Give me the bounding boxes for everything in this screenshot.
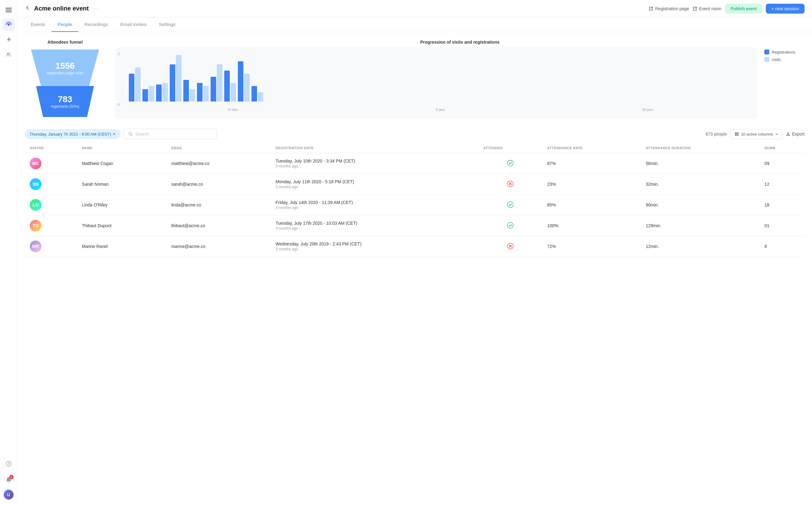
cell-attended [479,215,542,236]
columns-button[interactable]: 10 active columns [730,129,782,139]
table-row[interactable]: MRMarine Ranelmarine@acme.coWednesday, J… [25,236,805,257]
bar-visits [203,86,209,102]
col-attendance-duration[interactable]: ATTENDANCE DURATION [641,143,759,153]
back-button[interactable] [25,5,30,12]
cell-reg-date: Friday, July 14th 2020 - 11:39 AM (CET)3… [271,195,479,215]
bar-chart-area: 2 0 15 déc. 5 janv 26 janv [115,47,805,119]
person-avatar: SN [30,178,42,190]
cell-avatar: MC [25,153,77,174]
tab-email-invites[interactable]: Email invites [114,17,152,32]
bar-visits [190,89,195,102]
header: Acme online event ··· Registration page … [17,0,812,17]
more-options-button[interactable]: ··· [93,6,99,11]
user-avatar[interactable]: U [4,490,14,500]
attended-yes-icon [507,225,514,230]
registration-page-link[interactable]: Registration page [649,6,689,11]
svg-rect-1 [6,10,12,10]
cell-num: 8 [760,236,805,257]
search-box[interactable]: Search [124,129,217,139]
col-email[interactable]: EMAIL [166,143,271,153]
content-area: Attendees funnel 1556 registration page … [17,32,812,507]
chart-legend: Registrations visits [764,47,805,119]
bar-registrations [238,61,243,102]
people-table: AVATAR NAME EMAIL REGISTRATION DATE ATTE… [25,143,805,257]
funnel-registrants-label: registrants (50%) [51,104,79,109]
export-button[interactable]: Export [786,131,805,136]
col-attendance-rate[interactable]: ATTENDANCE RATE [542,143,641,153]
col-attended[interactable]: ATTENDED [479,143,542,153]
notification-icon[interactable]: 1 [2,473,15,486]
funnel-registrants-number: 783 [58,95,72,104]
bar-visits [176,55,181,102]
tab-settings[interactable]: Settings [153,17,182,32]
cell-attended [479,153,542,174]
bar-group [211,64,222,102]
help-icon[interactable]: ? [2,457,15,470]
table-row[interactable]: TDThibaut Dupontthibaut@acme.coTuesday, … [25,215,805,236]
table-row[interactable]: SNSarah Nomansarah@acme.coMonday, July 1… [25,174,805,195]
filter-chip-close[interactable]: × [113,131,115,136]
table-section: Thursday, January 7h 2021 - 8:00 AM (CES… [25,129,805,257]
menu-icon[interactable] [2,4,15,16]
tab-recordings[interactable]: Recordings [78,17,114,32]
col-num[interactable]: NUMB [760,143,805,153]
cell-name: Matthiew Cogan [77,153,166,174]
charts-section: Attendees funnel 1556 registration page … [25,40,805,119]
bar-visits [217,64,222,102]
tab-events[interactable]: Events [25,17,51,32]
bar-group [129,67,141,102]
bar-registrations [143,89,148,102]
svg-rect-9 [735,132,736,136]
cell-avatar: SN [25,174,77,195]
cell-attended [479,174,542,195]
svg-point-15 [507,222,513,228]
bar-registrations [211,77,216,102]
col-reg-date[interactable]: REGISTRATION DATE [271,143,479,153]
bar-visits [135,67,141,102]
svg-rect-2 [6,11,12,12]
tab-people[interactable]: People [51,17,78,32]
sidebar-bottom: ? 1 U [2,457,15,503]
cell-num: 18 [760,195,805,215]
broadcast-icon[interactable] [2,18,15,31]
publish-event-button[interactable]: Publish event [725,4,762,14]
table-row[interactable]: MCMatthiew Coganmatthiew@acme.coTuesday,… [25,153,805,174]
legend-dot-visits [764,57,769,62]
people-icon[interactable] [2,48,15,61]
chart-wrapper: 2 0 15 déc. 5 janv 26 janv [115,47,757,119]
filter-chip[interactable]: Thursday, January 7h 2021 - 8:00 AM (CES… [25,129,120,139]
cell-duration: 56min. [641,153,759,174]
search-icon [128,132,133,136]
people-count: 673 people [705,131,727,136]
table-header-row: AVATAR NAME EMAIL REGISTRATION DATE ATTE… [25,143,805,153]
bar-group [156,83,168,102]
event-room-link[interactable]: Event room [693,6,721,11]
cell-email: matthiew@acme.co [166,153,271,174]
bar-visits [244,74,250,102]
export-label: Export [792,131,805,136]
cell-name: Linda O'Riley [77,195,166,215]
lightning-icon[interactable] [2,34,15,46]
svg-point-14 [507,202,513,207]
cell-name: Thibaut Dupont [77,215,166,236]
cell-rate: 100% [542,215,641,236]
col-name[interactable]: NAME [77,143,166,153]
svg-point-5 [9,53,11,54]
svg-point-3 [8,24,10,26]
funnel-visits-label: registration page visits [47,71,83,75]
table-row[interactable]: LOLinda O'Rileylinda@acme.coFriday, July… [25,195,805,215]
cell-email: thibaut@acme.co [166,215,271,236]
svg-rect-11 [737,132,739,136]
filter-chip-label: Thursday, January 7h 2021 - 8:00 AM (CES… [30,132,111,136]
new-session-button[interactable]: + new session [766,4,805,14]
attended-yes-icon [507,163,514,167]
tabs-nav: Events People Recordings Email invites S… [17,17,812,32]
chart-x-labels: 15 déc. 5 janv 26 janv [129,108,752,111]
page-title: Acme online event [34,5,89,12]
columns-icon [735,132,739,136]
svg-point-4 [7,53,9,54]
bar-group [252,86,263,102]
funnel-title: Attendees funnel [25,40,105,45]
bar-group [224,70,236,102]
cell-attended [479,236,542,257]
